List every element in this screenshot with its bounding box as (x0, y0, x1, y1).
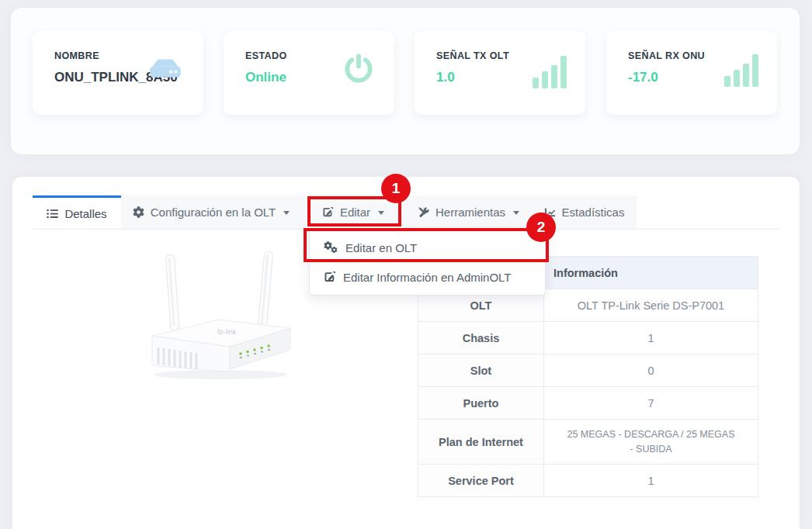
tab-configuracion-olt[interactable]: Configuración en la OLT (121, 195, 301, 229)
gear-icon (133, 206, 144, 218)
menu-item-label: Editar Información en AdminOLT (343, 271, 512, 284)
highlight-box-step-2 (304, 228, 549, 262)
router-icon (146, 54, 185, 88)
row-label: Slot (418, 354, 544, 387)
stat-label: SEÑAL TX OLT (436, 50, 509, 61)
step-badge-1: 1 (381, 174, 411, 203)
tab-herramientas[interactable]: Herramientas (405, 195, 532, 229)
stat-card-estado: ESTADO Online (224, 31, 394, 115)
chevron-down-icon (513, 211, 519, 215)
svg-text:tp-link: tp-link (217, 327, 237, 336)
table-row: Plan de Internet 25 MEGAS - DESCARGA / 2… (418, 420, 758, 465)
step-badge-2: 2 (526, 213, 556, 242)
stat-label: NOMBRE (54, 50, 99, 61)
row-value: 1 (544, 322, 758, 354)
edit-icon (324, 271, 336, 283)
row-label: Chasis (418, 322, 544, 354)
signal-bars-icon (724, 54, 758, 87)
stat-card-nombre: NOMBRE ONU_TPLINK_8A50 (33, 31, 203, 115)
power-icon (342, 51, 376, 90)
stat-value: -17.0 (628, 70, 658, 85)
table-row: Slot 0 (418, 354, 758, 387)
row-label: Puerto (418, 387, 544, 420)
row-label: Service Port (418, 465, 544, 497)
stat-value: Online (245, 70, 286, 85)
row-value: 1 (544, 465, 758, 497)
tools-icon (418, 206, 429, 218)
details-panel: Detalles Configuración en la OLT Editar (12, 177, 800, 529)
stat-card-senal-tx-olt: SEÑAL TX OLT 1.0 (415, 31, 585, 115)
row-value: 25 MEGAS - DESCARGA / 25 MEGAS - SUBIDA (544, 420, 758, 465)
tab-detalles[interactable]: Detalles (33, 195, 121, 229)
stats-panel: NOMBRE ONU_TPLINK_8A50 ESTADO Online SEÑ… (11, 8, 800, 154)
row-value: 0 (544, 354, 758, 387)
chevron-down-icon (283, 211, 290, 215)
signal-bars-icon (533, 56, 567, 88)
tab-label: Detalles (64, 207, 106, 220)
list-icon (47, 209, 58, 219)
stat-label: SEÑAL RX ONU (628, 50, 705, 61)
row-label: Plan de Internet (418, 420, 544, 465)
router-image: tp-link (143, 248, 301, 388)
tab-label: Configuración en la OLT (151, 206, 276, 219)
row-value: OLT TP-Link Serie DS-P7001 (544, 289, 758, 322)
stat-label: ESTADO (245, 50, 287, 61)
table-row: Chasis 1 (418, 322, 758, 354)
menu-item-editar-informacion-adminolt[interactable]: Editar Información en AdminOLT (310, 262, 545, 292)
table-row: Puerto 7 (418, 387, 758, 420)
table-row: Service Port 1 (418, 465, 758, 497)
tab-label: Herramientas (435, 206, 505, 219)
table-header-informacion: Información (544, 257, 758, 289)
stat-value: 1.0 (436, 70, 455, 85)
row-value: 7 (544, 387, 758, 420)
tab-label: Estadísticas (562, 206, 625, 219)
stat-card-senal-rx-onu: SEÑAL RX ONU -17.0 (606, 31, 777, 115)
